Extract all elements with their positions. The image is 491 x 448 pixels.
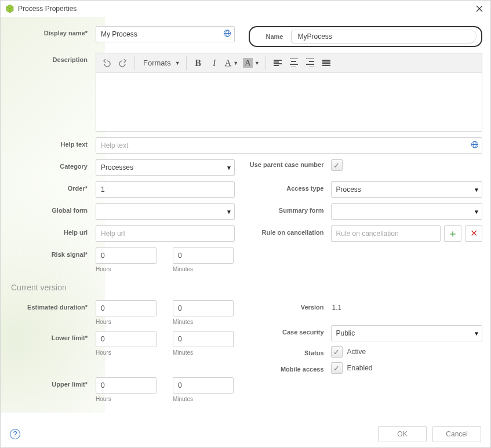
case-security-value: Public — [336, 329, 355, 337]
hours-sublabel: Hours — [96, 396, 157, 402]
chevron-down-icon: ▼ — [226, 165, 232, 171]
low-minutes-input[interactable] — [173, 331, 234, 347]
help-text-input[interactable] — [96, 137, 482, 154]
access-type-value: Process — [336, 185, 361, 194]
name-input[interactable] — [291, 30, 477, 43]
help-url-label: Help url — [9, 225, 96, 242]
current-version-section: Current version — [11, 283, 482, 292]
title-bar: Process Properties — [1, 1, 490, 17]
italic-button[interactable]: I — [206, 55, 223, 71]
status-label: Status — [249, 346, 331, 358]
mobile-access-label: Mobile access — [249, 362, 331, 374]
app-icon — [5, 4, 14, 13]
estimated-duration-label: Estimated duration* — [9, 300, 96, 325]
est-hours-input[interactable] — [96, 300, 157, 316]
mobile-access-checkbox[interactable]: ✓ — [331, 362, 343, 374]
summary-form-select[interactable]: ▼ — [331, 203, 483, 220]
help-icon: ? — [13, 430, 17, 438]
check-icon: ✓ — [333, 348, 340, 356]
minutes-sublabel: Minutes — [173, 349, 234, 356]
category-value: Processes — [101, 163, 133, 172]
chevron-down-icon: ▼ — [474, 187, 479, 193]
category-select[interactable]: Processes ▼ — [96, 159, 235, 176]
bg-color-button[interactable]: A▼ — [241, 55, 262, 71]
global-form-select[interactable]: ▼ — [96, 203, 235, 220]
chevron-down-icon: ▼ — [474, 330, 479, 337]
low-hours-input[interactable] — [96, 331, 157, 347]
check-icon: ✓ — [333, 161, 340, 170]
hours-sublabel: Hours — [96, 266, 157, 272]
name-highlight-group: Name — [249, 26, 483, 47]
window-title: Process Properties — [18, 5, 77, 13]
formats-dropdown[interactable]: Formats▼ — [139, 55, 183, 71]
bold-button[interactable]: B — [190, 55, 206, 71]
global-form-label: Global form — [9, 203, 96, 220]
chevron-down-icon: ▼ — [226, 209, 232, 215]
risk-minutes-input[interactable] — [173, 247, 234, 264]
risk-hours-input[interactable] — [96, 247, 157, 264]
name-label: Name — [266, 33, 283, 40]
check-icon: ✓ — [333, 364, 340, 373]
rule-on-cancellation-input — [331, 225, 441, 242]
lower-limit-label: Lower limit* — [9, 331, 96, 356]
align-center-button[interactable] — [286, 55, 302, 71]
align-right-button[interactable] — [302, 55, 318, 71]
up-hours-input[interactable] — [96, 377, 157, 394]
display-name-input[interactable] — [96, 26, 235, 42]
access-type-select[interactable]: Process ▼ — [331, 181, 483, 198]
use-parent-case-number-label: Use parent case number — [249, 159, 331, 171]
order-input[interactable] — [96, 181, 235, 198]
help-text-label: Help text — [9, 137, 96, 148]
category-label: Category — [9, 159, 96, 176]
cancel-button[interactable]: Cancel — [432, 426, 481, 442]
ok-button[interactable]: OK — [378, 426, 427, 442]
font-color-button[interactable]: A▼ — [223, 55, 241, 71]
case-security-select[interactable]: Public ▼ — [331, 325, 483, 341]
order-label: Order* — [9, 181, 96, 198]
rule-on-cancellation-label: Rule on cancellation — [249, 225, 331, 242]
description-textarea[interactable] — [96, 73, 482, 131]
undo-button[interactable] — [99, 55, 115, 71]
minutes-sublabel: Minutes — [173, 319, 234, 325]
up-minutes-input[interactable] — [173, 377, 234, 394]
est-minutes-input[interactable] — [173, 300, 234, 316]
remove-icon: ✕ — [470, 229, 478, 238]
status-value-label: Active — [347, 348, 366, 356]
plus-icon: ＋ — [448, 228, 458, 239]
rich-text-editor: Formats▼ B I A▼ A▼ — [96, 53, 482, 132]
status-checkbox[interactable]: ✓ — [331, 346, 343, 358]
formats-label: Formats — [141, 59, 173, 67]
chevron-down-icon: ▼ — [474, 209, 479, 215]
dialog-footer: ? OK Cancel — [1, 421, 490, 447]
use-parent-case-number-checkbox[interactable]: ✓ — [331, 159, 343, 171]
close-button[interactable] — [473, 2, 486, 15]
case-security-label: Case security — [249, 325, 331, 341]
access-type-label: Access type — [249, 181, 331, 198]
align-left-button[interactable] — [270, 55, 286, 71]
minutes-sublabel: Minutes — [173, 266, 234, 272]
mobile-access-value-label: Enabled — [347, 364, 373, 372]
minutes-sublabel: Minutes — [173, 396, 234, 402]
help-button[interactable]: ? — [10, 429, 20, 439]
risk-signal-label: Risk signal* — [9, 247, 96, 258]
description-label: Description — [9, 53, 96, 63]
add-rule-button[interactable]: ＋ — [444, 225, 461, 242]
remove-rule-button[interactable]: ✕ — [465, 225, 482, 242]
hours-sublabel: Hours — [96, 319, 157, 325]
version-value: 1.1 — [331, 300, 483, 315]
hours-sublabel: Hours — [96, 349, 157, 356]
summary-form-label: Summary form — [249, 203, 331, 220]
redo-button[interactable] — [115, 55, 131, 71]
align-justify-button[interactable] — [318, 55, 334, 71]
upper-limit-label: Upper limit* — [9, 377, 96, 402]
display-name-label: Display name* — [9, 26, 96, 42]
version-label: Version — [249, 300, 331, 315]
help-url-input[interactable] — [96, 225, 235, 242]
